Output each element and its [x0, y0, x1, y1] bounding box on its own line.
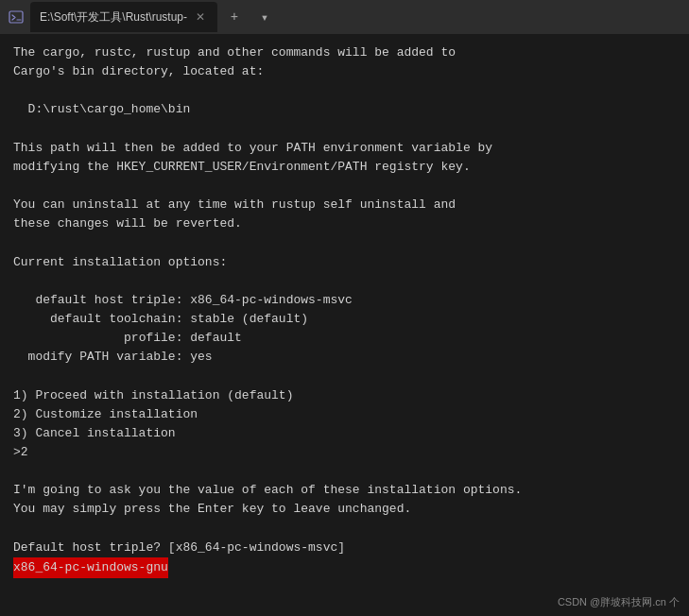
terminal-body: The cargo, rustc, rustup and other comma… [0, 34, 689, 616]
terminal-window: E:\Soft\开发工具\Rust\rustup- ✕ + ▾ The carg… [0, 0, 689, 616]
svg-rect-0 [9, 11, 23, 23]
input-line: x86_64-pc-windows-gnu [13, 557, 676, 578]
active-tab[interactable]: E:\Soft\开发工具\Rust\rustup- ✕ [30, 2, 217, 32]
watermark: CSDN @胖坡科技网.cn 个 [558, 594, 680, 610]
terminal-icon [8, 9, 25, 26]
new-tab-button[interactable]: + [221, 4, 248, 30]
tab-dropdown-button[interactable]: ▾ [251, 4, 278, 30]
tab-close-button[interactable]: ✕ [193, 9, 208, 25]
titlebar: E:\Soft\开发工具\Rust\rustup- ✕ + ▾ [0, 0, 689, 34]
terminal-output: The cargo, rustc, rustup and other comma… [13, 43, 676, 557]
input-value[interactable]: x86_64-pc-windows-gnu [13, 557, 168, 578]
tab-title: E:\Soft\开发工具\Rust\rustup- [40, 9, 187, 26]
